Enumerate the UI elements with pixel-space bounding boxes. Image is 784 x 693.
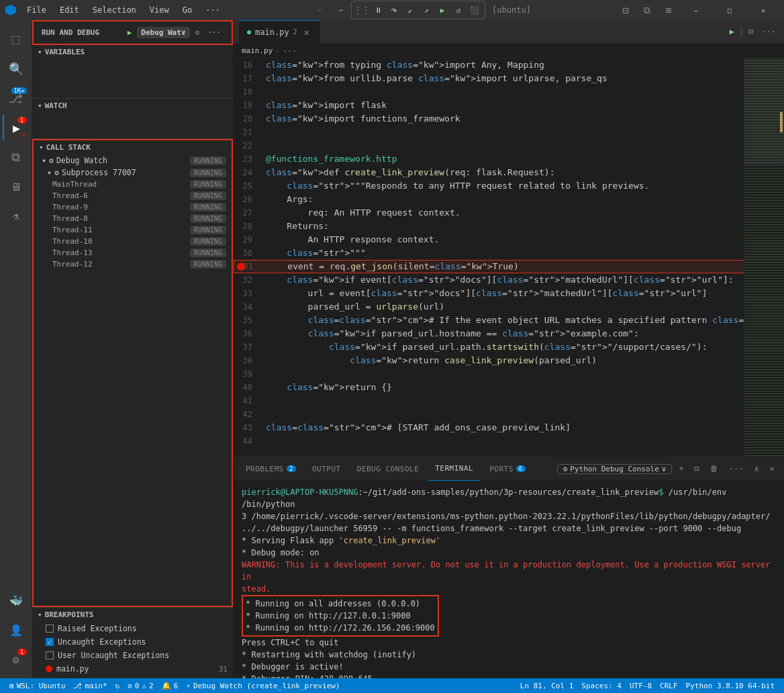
thread-item[interactable]: Thread-6RUNNING: [34, 190, 232, 201]
debug-restart-button[interactable]: ↺: [451, 3, 466, 17]
maximize-button[interactable]: □: [714, 0, 745, 20]
status-wsl[interactable]: ⊞ WSL: Ubuntu: [5, 678, 69, 693]
minimize-button[interactable]: —: [681, 0, 712, 20]
split-editor-button[interactable]: ⊟: [746, 26, 756, 38]
breakpoint-item[interactable]: ✓Uncaught Exceptions: [32, 635, 233, 649]
debug-stop-button[interactable]: ⬛: [467, 3, 482, 17]
bp-checkbox[interactable]: ✓: [46, 638, 54, 646]
code-line: 23@functions_framework.http: [234, 152, 744, 166]
nav-forward-button[interactable]: →: [331, 3, 350, 17]
breakpoint-item[interactable]: User Uncaught Exceptions: [32, 649, 233, 662]
layout-toggle-1[interactable]: ⊡: [616, 3, 635, 17]
debug-config-select[interactable]: Debug Wat ∨: [137, 27, 189, 38]
panel-split-terminal[interactable]: ⊟: [691, 463, 703, 475]
code-line: 16class="kw">from typing class="kw">impo…: [234, 58, 744, 72]
panel-tab-ports[interactable]: PORTS6: [483, 457, 532, 481]
tab-bar: ● main.py 2 ✕: [239, 20, 727, 44]
watch-header[interactable]: ▾ WATCH: [32, 99, 233, 113]
thread-debug-watch[interactable]: ▾ ⚙ Debug Watch RUNNING: [34, 154, 232, 167]
bp-checkbox[interactable]: [46, 651, 54, 659]
activity-run-debug[interactable]: ▶⚙ 1: [3, 114, 30, 141]
thread-item[interactable]: Thread-10RUNNING: [34, 236, 232, 247]
menu-go[interactable]: Go: [177, 4, 197, 16]
menu-view[interactable]: View: [144, 4, 175, 16]
panel-more-button[interactable]: ···: [725, 463, 748, 475]
status-sync[interactable]: ↻: [111, 678, 124, 693]
activity-source-control[interactable]: ⎇ 1K+: [3, 85, 30, 111]
tab-close-button[interactable]: ✕: [301, 27, 312, 38]
breakpoint-item[interactable]: Raised Exceptions: [32, 622, 233, 635]
status-eol[interactable]: CRLF: [656, 678, 682, 693]
menu-edit[interactable]: Edit: [54, 4, 85, 16]
python-debug-console-button[interactable]: ⚙ Python Debug Console ∨: [557, 464, 673, 474]
panel-tab-terminal[interactable]: TERMINAL: [428, 457, 480, 481]
vscode-logo: [5, 5, 16, 15]
subprocess-thread[interactable]: ▾ ⚙ Subprocess 77007 RUNNING: [34, 167, 232, 179]
debug-gear-button[interactable]: ⚙: [193, 27, 203, 38]
status-ports[interactable]: 🔔 6: [158, 678, 183, 693]
bp-checkbox[interactable]: [46, 625, 54, 633]
panel-tab-debug-console[interactable]: DEBUG CONSOLE: [350, 457, 426, 481]
line-number: 38: [234, 354, 263, 367]
status-encoding[interactable]: UTF-8: [626, 678, 656, 693]
line-number: 35: [234, 314, 263, 327]
status-line-col[interactable]: Ln 81, Col 1: [516, 678, 577, 693]
menu-selection[interactable]: Selection: [87, 4, 142, 16]
debug-settings-button[interactable]: ⋮⋮: [354, 3, 369, 17]
status-python-version[interactable]: Python 3.8.10 64-bit: [682, 678, 779, 693]
encoding-label: UTF-8: [630, 682, 652, 690]
thread-item[interactable]: Thread-9RUNNING: [34, 201, 232, 213]
terminal-line-restart: * Restarting with watchdog (inotify): [242, 649, 776, 661]
activity-remote-explorer[interactable]: 🖥: [3, 173, 30, 200]
panel-add-terminal[interactable]: +: [675, 463, 687, 475]
variables-header[interactable]: ▾ VARIABLES: [32, 45, 233, 59]
debug-step-out-button[interactable]: ↗: [419, 3, 434, 17]
start-debug-button[interactable]: ▶: [125, 27, 135, 38]
thread-item[interactable]: Thread-8RUNNING: [34, 213, 232, 224]
debug-step-into-button[interactable]: ↙: [403, 3, 418, 17]
status-git-branch[interactable]: ⎇ main*: [69, 678, 111, 693]
menu-more[interactable]: ···: [200, 4, 226, 16]
thread-item[interactable]: Thread-11RUNNING: [34, 224, 232, 236]
debug-more-button[interactable]: ···: [205, 27, 224, 38]
layout-toggle-3[interactable]: ⊞: [659, 3, 678, 17]
more-actions-button[interactable]: ···: [758, 26, 779, 38]
close-button[interactable]: ✕: [748, 0, 779, 20]
debug-pause-button[interactable]: ⏸: [371, 3, 385, 17]
panel-close-button[interactable]: ✕: [766, 463, 779, 475]
menu-file[interactable]: File: [21, 4, 52, 16]
terminal-line-local: * Running on http://127.0.0.1:9000: [246, 610, 435, 622]
activity-search[interactable]: 🔍: [3, 55, 30, 82]
thread-item[interactable]: MainThreadRUNNING: [34, 179, 232, 190]
code-line: 21: [234, 126, 744, 139]
thread-item[interactable]: Thread-13RUNNING: [34, 247, 232, 259]
breakpoints-header[interactable]: ▾ BREAKPOINTS: [32, 608, 233, 622]
panel-trash-button[interactable]: 🗑: [706, 463, 722, 475]
status-errors[interactable]: ⊘ 0 ⚠ 2: [124, 678, 158, 693]
code-line: 28 Returns:: [234, 220, 744, 233]
call-stack-header[interactable]: ▾ CALL STACK: [34, 140, 232, 154]
tab-main-py[interactable]: ● main.py 2 ✕: [239, 20, 320, 44]
panel-tab-problems[interactable]: PROBLEMS2: [239, 457, 303, 481]
status-debug-info[interactable]: ⚡ Debug Watch (create_link_preview): [182, 678, 344, 693]
wsl-icon: ⊞: [9, 682, 14, 690]
activity-account[interactable]: 👤: [3, 616, 30, 643]
thread-item[interactable]: Thread-12RUNNING: [34, 259, 232, 270]
layout-toggle-2[interactable]: ⧉: [638, 3, 656, 17]
activity-docker[interactable]: 🐳: [3, 587, 30, 614]
debug-step-over-button[interactable]: ↷: [387, 3, 401, 17]
activity-extensions[interactable]: ⧉: [3, 144, 30, 171]
status-spaces[interactable]: Spaces: 4: [577, 678, 626, 693]
panel-tab-output[interactable]: OUTPUT: [305, 457, 348, 481]
activity-settings[interactable]: ⚙ 1: [3, 646, 30, 673]
status-right: Ln 81, Col 1 Spaces: 4 UTF-8 CRLF Python…: [516, 678, 779, 693]
activity-explorer[interactable]: ⬚: [3, 26, 30, 52]
debug-continue-button[interactable]: ▶: [435, 3, 450, 17]
panel-maximize-button[interactable]: ∧: [750, 463, 763, 475]
run-file-button[interactable]: ▶: [727, 26, 737, 38]
variables-label: VARIABLES: [45, 48, 85, 56]
minimap-scrollbar[interactable]: [780, 112, 783, 132]
nav-back-button[interactable]: ←: [311, 3, 330, 17]
breakpoint-item[interactable]: main.py31: [32, 662, 233, 676]
activity-testing[interactable]: ⚗: [3, 203, 30, 230]
